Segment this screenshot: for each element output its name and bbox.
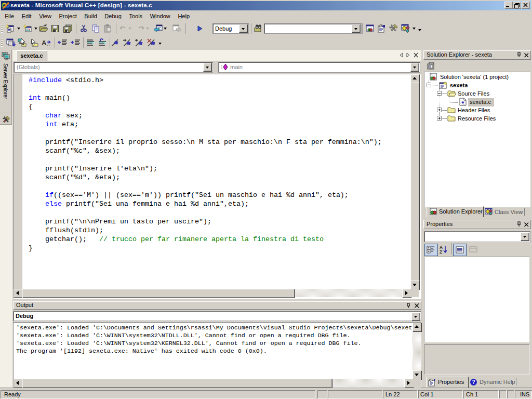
svg-text:Z: Z — [440, 249, 442, 254]
svg-text:?: ? — [472, 379, 475, 385]
svg-text:A: A — [42, 39, 47, 47]
